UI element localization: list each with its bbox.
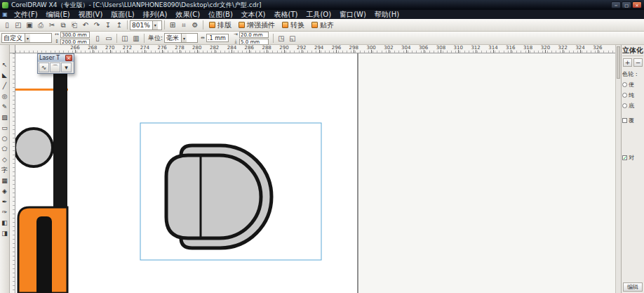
- portrait-button[interactable]: ▯: [92, 33, 103, 44]
- save-icon[interactable]: ▣: [24, 20, 35, 30]
- zoom-tool[interactable]: ◎: [0, 92, 9, 101]
- minimize-button[interactable]: ─: [611, 1, 621, 8]
- page-width-field[interactable]: 300.0 mm: [60, 32, 90, 38]
- docker-title: 立体化: [622, 46, 643, 56]
- ruler-tick: [162, 50, 163, 53]
- ellipse-tool[interactable]: ○: [0, 134, 9, 143]
- menu-item-10[interactable]: 窗口(W): [335, 10, 370, 19]
- canvas[interactable]: Laser T × ∿⌒▾: [15, 53, 615, 293]
- ruler-origin[interactable]: [10, 45, 15, 53]
- units-combobox[interactable]: 毫米 ▾: [164, 33, 198, 43]
- ruler-tick: [598, 50, 598, 53]
- outline-pen-tool[interactable]: ✑: [0, 208, 9, 217]
- menu-item-5[interactable]: 效果(C): [171, 10, 204, 19]
- new-document-icon[interactable]: ▯: [1, 20, 13, 30]
- delete-preset-icon[interactable]: −: [633, 58, 643, 67]
- checkbox[interactable]: ✓: [622, 155, 627, 160]
- undo-icon[interactable]: ↶: [80, 20, 91, 30]
- preset-combobox[interactable]: 自定义 ▾: [1, 33, 52, 43]
- add-preset-icon[interactable]: +: [623, 58, 632, 67]
- menu-item-0[interactable]: 文件(F): [10, 10, 42, 19]
- menu-item-11[interactable]: 帮助(H): [370, 10, 403, 19]
- menu-item-6[interactable]: 位图(B): [204, 10, 237, 19]
- menu-item-1[interactable]: 编辑(E): [42, 10, 74, 19]
- smart-fill-tool[interactable]: ▨: [0, 113, 9, 122]
- ruler-tick: [441, 50, 441, 53]
- current-page-button[interactable]: ▥: [130, 33, 142, 44]
- shape-tool[interactable]: ◣: [0, 71, 9, 80]
- menu-item-3[interactable]: 版面(L): [107, 10, 138, 19]
- ruler-tick: [545, 50, 546, 53]
- interactive-blend-tool[interactable]: ◈: [0, 187, 9, 196]
- open-icon[interactable]: ◰: [13, 20, 24, 30]
- launcher-icon[interactable]: ⊞: [167, 20, 178, 30]
- freehand-tool[interactable]: ✎: [0, 103, 9, 112]
- ruler-tick: [93, 50, 93, 53]
- inner-d-shape[interactable]: [166, 155, 261, 238]
- docker-radio-row-2: 底: [622, 102, 643, 110]
- toolbar-text-button-3[interactable]: 贴齐: [308, 20, 337, 30]
- zoom-level-combobox[interactable]: 801% ▾: [130, 20, 162, 30]
- page-height-field[interactable]: 200.0 mm: [60, 39, 90, 45]
- landscape-button[interactable]: ▭: [103, 33, 114, 44]
- vertical-ruler[interactable]: [10, 53, 15, 293]
- menu-item-8[interactable]: 表格(T): [270, 10, 302, 19]
- radio-label: 底: [629, 102, 634, 110]
- checkbox[interactable]: [622, 118, 627, 123]
- cut-icon[interactable]: ✂: [46, 20, 58, 30]
- color-wheel-label: 色轮：: [622, 70, 643, 78]
- vertical-scrollbar[interactable]: [615, 45, 621, 293]
- copy-icon[interactable]: ⧉: [58, 20, 69, 30]
- edit-button[interactable]: 编辑: [623, 282, 643, 292]
- menu-item-9[interactable]: 工具(O): [302, 10, 335, 19]
- nudge-field[interactable]: .1 mm: [206, 34, 229, 42]
- duplicate-y-field[interactable]: 5.0 mm: [239, 39, 269, 45]
- horizontal-ruler[interactable]: 2662682702722742762782802822842862882902…: [15, 45, 615, 53]
- coreldraw-logo-icon: [2, 2, 8, 8]
- polygon-tool[interactable]: ⬠: [0, 145, 9, 154]
- treat-as-filled-button[interactable]: ◱: [287, 33, 298, 44]
- draw-scale-button[interactable]: ◳: [276, 33, 287, 44]
- print-icon[interactable]: ⎙: [35, 20, 46, 30]
- toolbar-text-button-2[interactable]: 转换: [279, 20, 308, 30]
- pick-tool[interactable]: ↖: [0, 60, 9, 70]
- paste-icon[interactable]: ⎗: [69, 20, 80, 30]
- close-button[interactable]: ✕: [632, 1, 642, 8]
- basic-shapes-tool[interactable]: ◇: [0, 155, 9, 164]
- maximize-button[interactable]: ▢: [622, 1, 631, 8]
- menu-item-7[interactable]: 文本(X): [237, 10, 270, 19]
- duplicate-x-field[interactable]: 20.0 mm: [239, 32, 269, 38]
- crop-tool[interactable]: ╱: [0, 82, 9, 91]
- black-bar-shape[interactable]: [36, 216, 52, 293]
- eyedropper-tool[interactable]: ✒: [0, 197, 9, 207]
- all-pages-button[interactable]: ◫: [119, 33, 130, 44]
- gray-circle-shape[interactable]: [15, 129, 53, 167]
- laser-arc-icon[interactable]: ⌒: [50, 63, 60, 72]
- redo-icon[interactable]: ↷: [91, 20, 102, 30]
- import-icon[interactable]: ↧: [102, 20, 114, 30]
- radio-button[interactable]: [622, 93, 627, 98]
- text-tool[interactable]: 字: [0, 166, 9, 175]
- toolbar-text-button-0[interactable]: 排版: [206, 20, 235, 30]
- standard-toolbar: ▯◰▣⎙✂⧉⎗↶↷↧↥ 801% ▾ ⊞⌗⚙ 排版增强插件转换贴齐: [0, 19, 644, 32]
- close-icon[interactable]: ×: [65, 55, 72, 61]
- laser-toolbar-titlebar[interactable]: Laser T ×: [38, 54, 74, 62]
- radio-button[interactable]: [622, 82, 627, 87]
- interactive-fill-tool[interactable]: ◨: [0, 229, 9, 238]
- laser-dropdown-icon[interactable]: ▾: [61, 63, 72, 72]
- ruler-tick: [232, 50, 232, 53]
- menu-item-4[interactable]: 排列(A): [139, 10, 172, 19]
- fill-tool[interactable]: ◧: [0, 219, 9, 228]
- export-icon[interactable]: ↥: [114, 20, 125, 30]
- title-bar: CorelDRAW X4（专业版）- [C:\Users\LUANPHONE80…: [0, 0, 644, 10]
- menu-item-2[interactable]: 视图(V): [74, 10, 107, 19]
- toolbar-text-button-1[interactable]: 增强插件: [235, 20, 279, 30]
- options-gear-icon[interactable]: ⚙: [189, 20, 201, 30]
- property-bar: 自定义 ▾ ↔ 300.0 mm ↕ 200.0 mm ▯ ▭ ◫ ▥ 单位: …: [0, 32, 644, 45]
- radio-button[interactable]: [622, 103, 627, 108]
- laser-curve-icon[interactable]: ∿: [39, 63, 49, 72]
- rectangle-tool[interactable]: ▭: [0, 124, 9, 133]
- table-tool[interactable]: ▦: [0, 176, 9, 185]
- scrollbar-thumb[interactable]: [617, 46, 620, 79]
- snap-options-icon[interactable]: ⌗: [178, 20, 189, 30]
